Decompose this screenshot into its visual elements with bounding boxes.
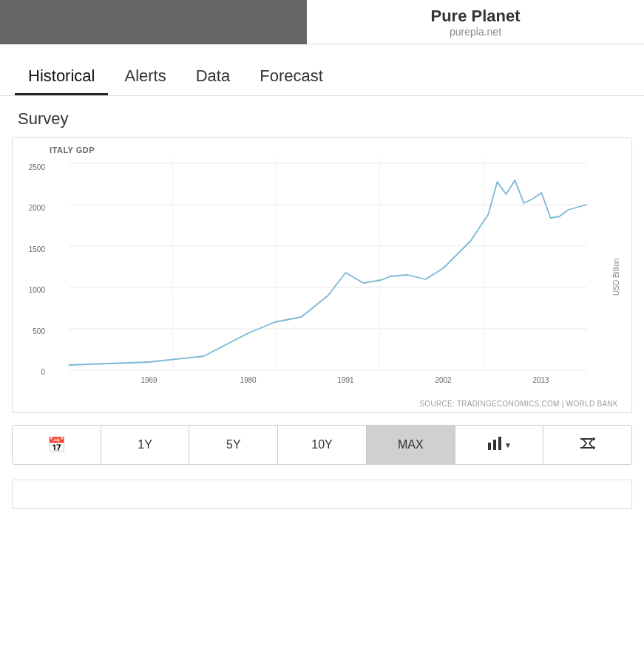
svg-rect-10 bbox=[488, 443, 491, 450]
y-axis: 2500 2000 1500 1000 500 0 bbox=[20, 157, 48, 397]
gdp-line bbox=[70, 180, 587, 365]
header: Pure Planet purepla.net bbox=[0, 0, 644, 44]
tab-data[interactable]: Data bbox=[183, 59, 243, 95]
x-label-2002: 2002 bbox=[435, 376, 452, 384]
calendar-icon: 📅 bbox=[47, 436, 66, 454]
chart-svg: 1969 1980 1991 2002 2013 bbox=[48, 157, 608, 394]
btn-max[interactable]: MAX bbox=[367, 426, 455, 464]
btn-1y[interactable]: 1Y bbox=[101, 426, 190, 464]
svg-rect-12 bbox=[498, 437, 501, 450]
btn-5y[interactable]: 5Y bbox=[189, 426, 278, 464]
header-brand: Pure Planet purepla.net bbox=[307, 7, 644, 38]
brand-url: purepla.net bbox=[450, 26, 501, 38]
tab-historical[interactable]: Historical bbox=[15, 59, 108, 95]
svg-rect-11 bbox=[493, 440, 496, 450]
brand-name: Pure Planet bbox=[430, 7, 520, 26]
time-controls: 📅 1Y 5Y 10Y MAX ▼ bbox=[12, 425, 632, 465]
chart-svg-area: 1969 1980 1991 2002 2013 bbox=[48, 157, 608, 397]
x-label-1980: 1980 bbox=[240, 376, 257, 384]
y-tick-2500: 2500 bbox=[20, 163, 45, 171]
chart-container: ITALY GDP 2500 2000 1500 1000 500 0 bbox=[12, 137, 632, 413]
y-tick-500: 500 bbox=[20, 327, 45, 335]
shuffle-button[interactable] bbox=[543, 426, 631, 464]
y-tick-2000: 2000 bbox=[20, 204, 45, 212]
chart-area: 2500 2000 1500 1000 500 0 bbox=[20, 157, 624, 397]
x-label-1991: 1991 bbox=[337, 376, 354, 384]
y-tick-1000: 1000 bbox=[20, 286, 45, 294]
bar-chart-icon bbox=[487, 435, 503, 455]
btn-5y-label: 5Y bbox=[226, 438, 241, 451]
tab-forecast[interactable]: Forecast bbox=[246, 59, 336, 95]
x-label-1969: 1969 bbox=[140, 376, 157, 384]
bottom-placeholder bbox=[12, 480, 632, 509]
chart-source: SOURCE: TRADINGECONOMICS.COM | WORLD BAN… bbox=[20, 397, 624, 412]
btn-10y[interactable]: 10Y bbox=[278, 426, 367, 464]
chart-type-button[interactable]: ▼ bbox=[455, 426, 544, 464]
y-tick-0: 0 bbox=[20, 368, 45, 376]
header-logo bbox=[0, 0, 307, 44]
y-axis-label: USD Billion bbox=[608, 157, 624, 397]
chart-title: ITALY GDP bbox=[50, 146, 624, 154]
btn-1y-label: 1Y bbox=[138, 438, 152, 451]
x-label-2013: 2013 bbox=[532, 376, 549, 384]
dropdown-arrow-icon: ▼ bbox=[504, 441, 512, 449]
btn-10y-label: 10Y bbox=[311, 438, 332, 451]
shuffle-icon bbox=[579, 435, 597, 455]
btn-max-label: MAX bbox=[398, 438, 424, 451]
calendar-button[interactable]: 📅 bbox=[13, 426, 101, 464]
tab-alerts[interactable]: Alerts bbox=[111, 59, 179, 95]
tabs-bar: Historical Alerts Data Forecast bbox=[0, 44, 644, 96]
y-tick-1500: 1500 bbox=[20, 245, 45, 253]
survey-heading: Survey bbox=[0, 96, 644, 137]
